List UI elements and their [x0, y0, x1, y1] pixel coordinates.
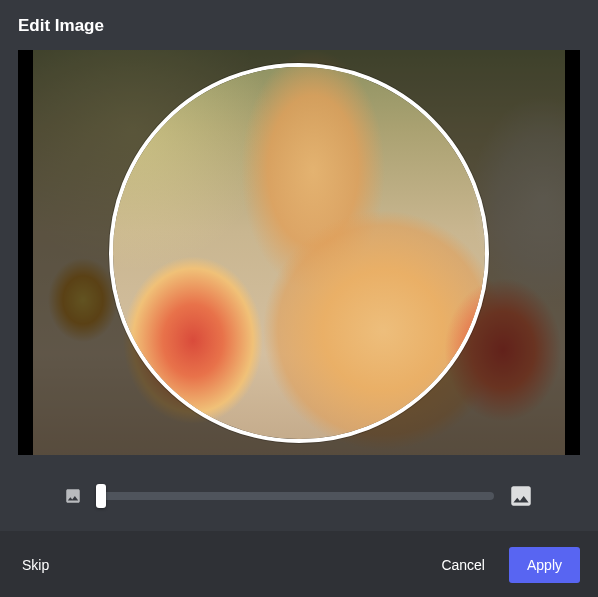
modal-title: Edit Image — [18, 16, 580, 36]
crop-circle-preview[interactable] — [109, 63, 489, 443]
zoom-slider-row — [0, 455, 598, 531]
skip-button[interactable]: Skip — [18, 549, 53, 581]
zoom-in-icon — [508, 483, 534, 509]
zoom-slider[interactable] — [96, 492, 494, 500]
apply-button[interactable]: Apply — [509, 547, 580, 583]
modal-header: Edit Image — [0, 0, 598, 50]
modal-footer: Skip Cancel Apply — [0, 531, 598, 597]
cancel-button[interactable]: Cancel — [425, 549, 501, 581]
zoom-slider-thumb[interactable] — [96, 484, 106, 508]
edit-image-modal: Edit Image Skip Canc — [0, 0, 598, 597]
cropped-image-preview — [109, 63, 489, 443]
image-canvas[interactable] — [33, 50, 565, 455]
image-frame[interactable] — [18, 50, 580, 455]
image-crop-area — [0, 50, 598, 455]
zoom-out-icon — [64, 487, 82, 505]
